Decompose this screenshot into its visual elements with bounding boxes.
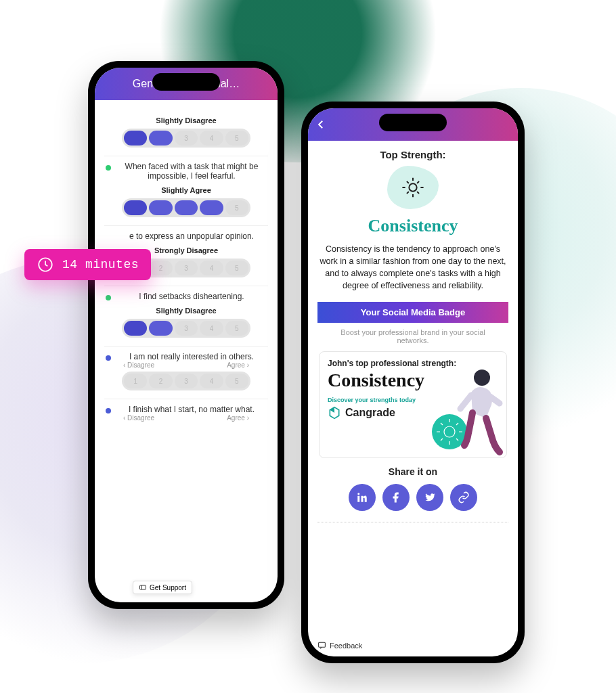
time-badge: 14 minutes xyxy=(24,249,151,280)
status-dot-icon xyxy=(106,355,111,361)
status-dot-icon xyxy=(106,165,111,171)
time-badge-text: 14 minutes xyxy=(62,258,139,271)
facebook-icon xyxy=(390,491,402,504)
feedback-button[interactable]: Feedback xyxy=(317,641,362,650)
question-text: I find setbacks disheartening. xyxy=(116,292,267,301)
question-block: When faced with a task that might be imp… xyxy=(104,156,268,226)
person-walking-illustration xyxy=(424,365,505,458)
svg-point-5 xyxy=(474,370,490,386)
svg-rect-1 xyxy=(140,585,146,589)
svg-point-7 xyxy=(357,493,359,495)
share-twitter-button[interactable] xyxy=(416,484,443,511)
social-badge-header: Your Social Media Badge xyxy=(317,302,508,323)
ticket-icon xyxy=(139,583,147,591)
share-linkedin-button[interactable] xyxy=(349,484,376,511)
share-link-button[interactable] xyxy=(450,484,477,511)
link-icon xyxy=(458,491,470,504)
share-label: Share it on xyxy=(317,466,508,477)
clock-icon xyxy=(37,256,54,273)
question-block: I am not really interested in others. Di… xyxy=(104,346,268,399)
answer-label: Slightly Disagree xyxy=(106,307,267,315)
strength-illustration xyxy=(387,166,439,209)
answer-label: Slightly Agree xyxy=(106,186,267,194)
question-block: Slightly Disagree 345 xyxy=(104,106,268,156)
scale-hints: Disagree Agree xyxy=(106,414,267,422)
chat-icon xyxy=(317,641,326,650)
phone-notch xyxy=(152,73,220,91)
social-badge-card: John's top professional strength: Consis… xyxy=(319,351,507,458)
twitter-icon xyxy=(424,491,436,504)
strength-name: Consistency xyxy=(317,216,508,236)
get-support-button[interactable]: Get Support xyxy=(133,581,192,594)
likert-slider[interactable]: 345 xyxy=(122,319,250,338)
question-block: I find setbacks disheartening. Slightly … xyxy=(104,286,268,346)
phone-survey: General M Personal… Slightly Disagree 34… xyxy=(88,61,284,609)
likert-slider[interactable]: 345 xyxy=(122,129,250,148)
strength-description: Consistency is the tendency to approach … xyxy=(317,243,508,292)
social-badge-subtext: Boost your professional brand in your so… xyxy=(317,323,508,351)
cangrade-mark-icon xyxy=(328,406,341,420)
question-block: I finish what I start, no matter what. D… xyxy=(104,399,268,432)
svg-rect-6 xyxy=(357,495,359,501)
status-dot-icon xyxy=(106,295,111,300)
question-text: I finish what I start, no matter what. xyxy=(116,405,267,414)
sun-icon xyxy=(401,176,424,199)
answer-label: Slightly Disagree xyxy=(106,116,267,125)
top-strength-label: Top Strength: xyxy=(317,149,508,160)
phone-notch xyxy=(379,114,447,131)
phone-report: Your eport Top Strength: Consistency Con… xyxy=(301,102,525,663)
svg-point-2 xyxy=(409,183,416,191)
status-dot-icon xyxy=(106,408,111,413)
linkedin-icon xyxy=(356,491,368,504)
question-text: I am not really interested in others. xyxy=(116,352,267,361)
scale-hints: Disagree Agree xyxy=(106,361,267,369)
back-arrow-icon[interactable] xyxy=(315,118,327,131)
share-facebook-button[interactable] xyxy=(382,484,410,511)
question-text: When faced with a task that might be imp… xyxy=(116,162,267,181)
question-text: e to express an unpopular opinion. xyxy=(116,231,267,241)
likert-slider[interactable]: 12345 xyxy=(122,372,250,390)
divider xyxy=(317,522,508,522)
likert-slider[interactable]: 5 xyxy=(122,198,250,217)
